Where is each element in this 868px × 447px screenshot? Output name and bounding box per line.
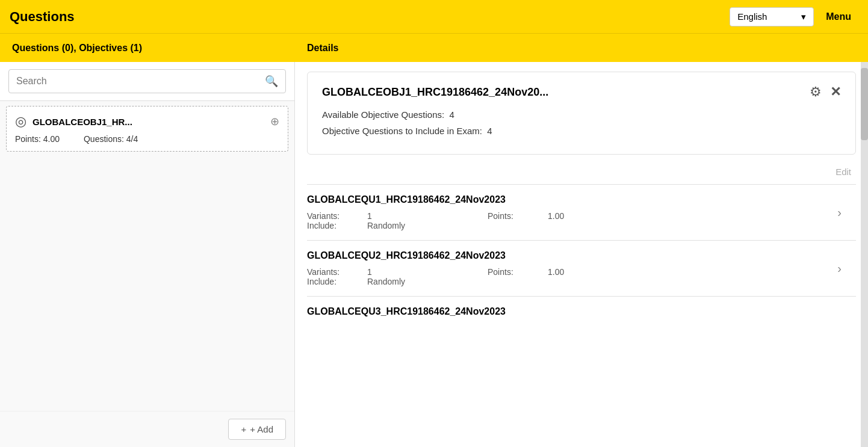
detail-card-header: GLOBALCEOBJ1_HRC19186462_24Nov20... ⚙ ✕	[322, 84, 841, 100]
menu-button[interactable]: Menu	[819, 8, 858, 26]
sub-header-left-label: Questions (0), Objectives (1)	[0, 43, 295, 54]
chevron-right-icon-1[interactable]: ›	[837, 206, 842, 220]
search-box[interactable]: 🔍	[8, 69, 286, 93]
edit-section: Edit	[307, 164, 856, 179]
question-item-2: GLOBALCEQU2_HRC19186462_24Nov2023 Varian…	[307, 240, 856, 296]
sub-header: Questions (0), Objectives (1) Details	[0, 33, 868, 62]
app-title: Questions	[10, 9, 75, 25]
question-title-1: GLOBALCEQU1_HRC19186462_24Nov2023	[307, 194, 856, 205]
scrollbar-track	[861, 62, 868, 447]
objective-name: GLOBALCEOBJ1_HR...	[33, 117, 279, 127]
chevron-right-icon-2[interactable]: ›	[837, 262, 842, 276]
questions-label: Questions: 4/4	[84, 134, 138, 144]
objective-header: ◎ GLOBALCEOBJ1_HR... ⊕	[15, 114, 279, 129]
detail-card-actions: ⚙ ✕	[810, 84, 841, 100]
app-header: Questions English ▾ Menu	[0, 0, 868, 33]
main-layout: 🔍 ◎ GLOBALCEOBJ1_HR... ⊕ Points: 4.00 Qu…	[0, 62, 868, 447]
search-container: 🔍	[0, 62, 294, 101]
language-label: English	[737, 11, 767, 22]
edit-button[interactable]: Edit	[831, 164, 856, 179]
question-title-2: GLOBALCEQU2_HRC19186462_24Nov2023	[307, 250, 856, 261]
question-item-1: GLOBALCEQU1_HRC19186462_24Nov2023 Varian…	[307, 184, 856, 240]
scrollbar-thumb[interactable]	[861, 68, 868, 140]
question-meta-row-1b: Include: Randomly	[307, 221, 856, 230]
header-controls: English ▾ Menu	[730, 7, 858, 26]
drag-icon: ⊕	[270, 115, 279, 128]
add-button[interactable]: + + Add	[228, 419, 286, 440]
close-icon[interactable]: ✕	[830, 84, 841, 100]
add-icon: +	[241, 424, 246, 434]
chevron-down-icon: ▾	[801, 11, 806, 22]
left-panel: 🔍 ◎ GLOBALCEOBJ1_HR... ⊕ Points: 4.00 Qu…	[0, 62, 295, 447]
gear-icon[interactable]: ⚙	[810, 84, 822, 100]
questions-section: GLOBALCEQU1_HRC19186462_24Nov2023 Varian…	[307, 184, 856, 333]
objective-meta: Points: 4.00 Questions: 4/4	[15, 134, 279, 144]
question-title-3: GLOBALCEQU3_HRC19186462_24Nov2023	[307, 306, 856, 317]
objective-list-item[interactable]: ◎ GLOBALCEOBJ1_HR... ⊕ Points: 4.00 Ques…	[6, 106, 288, 152]
question-item-3: GLOBALCEQU3_HRC19186462_24Nov2023	[307, 296, 856, 333]
question-meta-row-2a: Variants: 1 Points: 1.00	[307, 267, 856, 277]
question-meta-row-1a: Variants: 1 Points: 1.00	[307, 211, 856, 221]
points-label: Points: 4.00	[15, 134, 60, 144]
include-questions-row: Objective Questions to Include in Exam: …	[322, 126, 841, 136]
add-button-container: + + Add	[0, 411, 294, 447]
add-label: + Add	[250, 424, 273, 434]
right-panel: GLOBALCEOBJ1_HRC19186462_24Nov20... ⚙ ✕ …	[295, 62, 868, 447]
sub-header-right-label: Details	[295, 43, 868, 54]
search-icon: 🔍	[265, 75, 278, 88]
question-meta-2: Variants: 1 Points: 1.00 Include: Random…	[307, 267, 856, 286]
detail-card-title: GLOBALCEOBJ1_HRC19186462_24Nov20...	[322, 86, 548, 99]
language-selector[interactable]: English ▾	[730, 7, 814, 26]
available-questions-row: Available Objective Questions: 4	[322, 109, 841, 120]
question-meta-1: Variants: 1 Points: 1.00 Include: Random…	[307, 211, 856, 230]
question-meta-row-2b: Include: Randomly	[307, 277, 856, 286]
objective-icon: ◎	[15, 114, 26, 129]
detail-card: GLOBALCEOBJ1_HRC19186462_24Nov20... ⚙ ✕ …	[307, 72, 856, 155]
search-input[interactable]	[16, 76, 265, 87]
